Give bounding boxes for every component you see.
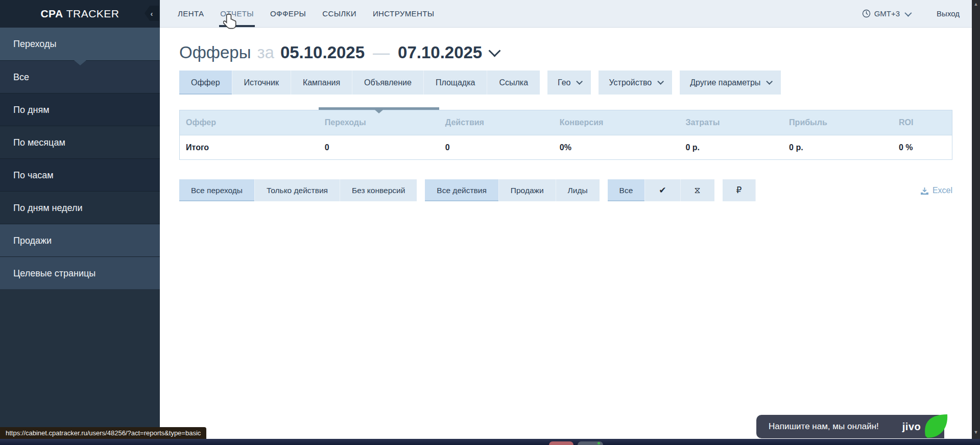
nav-item-lenta[interactable]: ЛЕНТА (177, 0, 205, 27)
filter-bez-konversiy[interactable]: Без конверсий (340, 179, 417, 201)
tab-kampaniya[interactable]: Кампания (291, 71, 352, 95)
sidebar-item-label: Все (13, 72, 29, 82)
hourglass-icon[interactable]: ⧖ (681, 179, 714, 201)
sidebar-item-label: По часам (13, 170, 54, 180)
brand-text: CPA TRACKER (40, 8, 119, 20)
ruble-icon[interactable]: ₽ (723, 179, 756, 201)
taskbar-edge (0, 439, 980, 445)
col-header-roi[interactable]: ROI (893, 110, 952, 135)
dimension-segments: Оффер Источник Кампания Объявление Площа… (179, 71, 540, 95)
sidebar-item-po-dnyam-nedeli[interactable]: По дням недели (0, 191, 160, 224)
timezone-label: GMT+3 (874, 9, 900, 18)
sidebar-item-label: Целевые страницы (13, 268, 95, 278)
chevron-down-icon (577, 78, 583, 85)
col-header-zatraty[interactable]: Затраты (679, 110, 783, 135)
timezone-selector[interactable]: GMT+3 (862, 9, 910, 18)
tab-istochnik[interactable]: Источник (232, 71, 291, 95)
nav-right: GMT+3 Выход (862, 9, 972, 18)
tab-obyavlenie[interactable]: Объявление (352, 71, 424, 95)
checkmark-icon[interactable]: ✔ (645, 179, 680, 201)
other-params-dropdown-label: Другие параметры (690, 71, 760, 95)
sidebar-item-po-dnyam[interactable]: По дням (0, 93, 160, 126)
jivo-leaf-icon (922, 413, 948, 441)
jivo-chat-widget[interactable]: Напишите нам, мы онлайн! jivo (756, 415, 944, 438)
actions-filter-group: Все действия Продажи Лиды (425, 179, 599, 201)
other-params-dropdown[interactable]: Другие параметры (680, 71, 781, 95)
sidebar-item-label: По дням (13, 105, 50, 115)
totals-roi: 0 % (893, 135, 952, 160)
date-separator: — (373, 43, 390, 62)
collapse-chevron-icon: ‹ (151, 9, 153, 18)
sidebar-item-prodazhi[interactable]: Продажи (0, 224, 160, 256)
table-header-row: Оффер Переходы Действия Конверсия Затрат… (180, 110, 952, 135)
nav-item-otchety[interactable]: ОТЧЕТЫ (219, 0, 255, 27)
device-dropdown[interactable]: Устройство (599, 71, 672, 95)
totals-actions: 0 (439, 135, 554, 160)
sidebar-item-celevye-stranicy[interactable]: Целевые страницы (0, 256, 160, 289)
excel-label: Excel (933, 186, 952, 195)
totals-clicks: 0 (319, 135, 439, 160)
chat-message: Напишите нам, мы онлайн! (756, 421, 879, 432)
report-title-row: Офферы за 05.10.2025 — 07.10.2025 (179, 41, 952, 64)
top-navigation: ЛЕНТА ОТЧЕТЫ ОФФЕРЫ ССЫЛКИ ИНСТРУМЕНТЫ G… (160, 0, 972, 28)
sidebar-item-perehody[interactable]: Переходы (0, 28, 160, 60)
app-logo: CPA TRACKER ‹ (0, 0, 160, 28)
col-header-offer[interactable]: Оффер (180, 110, 319, 135)
nav-items: ЛЕНТА ОТЧЕТЫ ОФФЕРЫ ССЫЛКИ ИНСТРУМЕНТЫ (160, 0, 449, 27)
col-header-deystviya[interactable]: Действия (439, 110, 554, 135)
taskbar-app-icon (578, 441, 603, 445)
totals-label: Итого (180, 135, 319, 160)
nav-item-offery[interactable]: ОФФЕРЫ (269, 0, 307, 27)
geo-dropdown-label: Гео (558, 71, 570, 95)
nav-item-ssylki[interactable]: ССЫЛКИ (321, 0, 357, 27)
nav-item-instrumenty[interactable]: ИНСТРУМЕНТЫ (372, 0, 436, 27)
chevron-down-icon (767, 78, 773, 85)
title-preposition: за (257, 43, 274, 62)
col-header-konversiya[interactable]: Конверсия (554, 110, 680, 135)
table-row-totals: Итого 0 0 0% 0 р. 0 р. 0 % (180, 135, 952, 160)
tab-offer[interactable]: Оффер (179, 71, 232, 95)
page-title: Офферы (179, 43, 251, 62)
geo-dropdown[interactable]: Гео (547, 71, 591, 95)
logout-link[interactable]: Выход (937, 9, 960, 18)
filter-vse-perehody[interactable]: Все переходы (179, 179, 255, 201)
device-dropdown-label: Устройство (609, 71, 652, 95)
report-table: Оффер Переходы Действия Конверсия Затрат… (179, 110, 952, 160)
totals-costs: 0 р. (679, 135, 783, 160)
filter-status-vse[interactable]: Все (608, 179, 646, 201)
sidebar-item-po-chasam[interactable]: По часам (0, 158, 160, 191)
filter-tolko-deystviya[interactable]: Только действия (255, 179, 340, 201)
filter-prodazhi[interactable]: Продажи (499, 179, 556, 201)
taskbar-app-icon (549, 441, 573, 445)
scroll-up-icon[interactable]: ▲ (972, 2, 980, 7)
brand-bold: CPA (40, 8, 63, 19)
date-range-chevron-icon[interactable] (489, 44, 501, 57)
sidebar: CPA TRACKER ‹ Переходы Все По дням По ме… (0, 0, 160, 439)
date-from[interactable]: 05.10.2025 (280, 43, 365, 62)
filter-lidy[interactable]: Лиды (556, 179, 600, 201)
brand-rest: TRACKER (63, 8, 119, 19)
sidebar-item-po-mesyacam[interactable]: По месяцам (0, 126, 160, 158)
sidebar-item-label: По дням недели (13, 203, 83, 213)
jivo-logo: jivo (902, 421, 921, 433)
filters-row: Все переходы Только действия Без конверс… (179, 179, 952, 201)
main-content: Офферы за 05.10.2025 — 07.10.2025 Оффер … (160, 28, 972, 445)
sort-indicator (319, 107, 439, 110)
scroll-down-icon[interactable]: ▼ (972, 430, 980, 435)
col-header-pribyl[interactable]: Прибыль (783, 110, 893, 135)
chevron-down-icon (904, 9, 912, 16)
report-table-wrap: Оффер Переходы Действия Конверсия Затрат… (179, 110, 952, 160)
sidebar-item-label: Продажи (13, 236, 52, 246)
excel-export-link[interactable]: Excel (921, 186, 952, 195)
tab-ssylka[interactable]: Ссылка (487, 71, 540, 95)
filter-vse-deystviya[interactable]: Все действия (425, 179, 498, 201)
clock-icon (862, 9, 871, 18)
col-header-perehody[interactable]: Переходы (319, 110, 439, 135)
sidebar-collapse-button[interactable]: ‹ (145, 6, 159, 21)
date-to[interactable]: 07.10.2025 (398, 43, 482, 62)
sidebar-item-label: По месяцам (13, 137, 65, 148)
dimension-tabs-row: Оффер Источник Кампания Объявление Площа… (179, 71, 952, 95)
status-filter-group: Все ✔ ⧖ (608, 179, 714, 201)
tab-ploschadka[interactable]: Площадка (424, 71, 488, 95)
scrollbar[interactable]: ▲ ▼ (972, 0, 980, 439)
